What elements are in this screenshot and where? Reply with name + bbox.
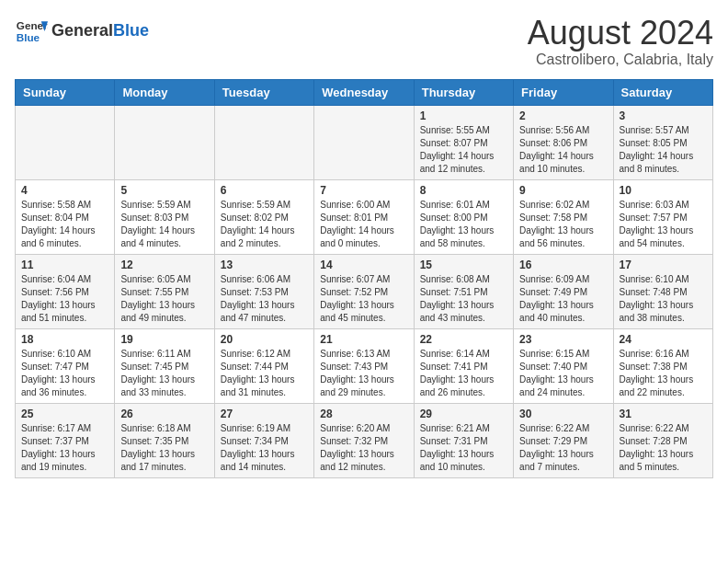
day-info: Sunrise: 6:22 AM Sunset: 7:28 PM Dayligh… [620,422,707,474]
col-sunday: Sunday [16,79,115,105]
day-info: Sunrise: 6:04 AM Sunset: 7:56 PM Dayligh… [21,273,108,325]
calendar-day-cell: 14Sunrise: 6:07 AM Sunset: 7:52 PM Dayli… [314,254,414,328]
day-info: Sunrise: 6:14 AM Sunset: 7:41 PM Dayligh… [420,348,507,399]
day-number: 11 [21,259,108,271]
day-number: 5 [120,184,208,197]
day-info: Sunrise: 6:10 AM Sunset: 7:47 PM Dayligh… [21,348,108,399]
day-number: 3 [620,109,707,122]
day-number: 29 [420,408,507,420]
day-info: Sunrise: 6:13 AM Sunset: 7:43 PM Dayligh… [320,348,407,399]
day-info: Sunrise: 6:06 AM Sunset: 7:53 PM Dayligh… [221,273,308,325]
day-number: 8 [420,184,507,197]
calendar-day-cell: 20Sunrise: 6:12 AM Sunset: 7:44 PM Dayli… [214,328,313,403]
calendar-day-cell [314,105,414,179]
calendar-day-cell: 25Sunrise: 6:17 AM Sunset: 7:37 PM Dayli… [16,403,115,477]
calendar-day-cell: 4Sunrise: 5:58 AM Sunset: 8:04 PM Daylig… [16,179,115,254]
day-number: 20 [221,333,308,346]
calendar-day-cell: 9Sunrise: 6:02 AM Sunset: 7:58 PM Daylig… [514,179,613,254]
calendar-day-cell [115,105,214,179]
day-info: Sunrise: 5:56 AM Sunset: 8:06 PM Dayligh… [519,124,607,176]
calendar-day-cell: 23Sunrise: 6:15 AM Sunset: 7:40 PM Dayli… [514,328,613,403]
calendar-day-cell: 22Sunrise: 6:14 AM Sunset: 7:41 PM Dayli… [414,328,513,403]
calendar-week-2: 4Sunrise: 5:58 AM Sunset: 8:04 PM Daylig… [16,179,713,254]
day-number: 1 [420,109,507,122]
day-info: Sunrise: 5:58 AM Sunset: 8:04 PM Dayligh… [21,199,108,250]
calendar-day-cell: 18Sunrise: 6:10 AM Sunset: 7:47 PM Dayli… [16,328,115,403]
location: Castrolibero, Calabria, Italy [528,52,713,68]
day-info: Sunrise: 6:22 AM Sunset: 7:29 PM Dayligh… [519,422,607,474]
day-number: 6 [221,184,308,197]
day-number: 30 [519,408,607,420]
calendar-day-cell: 29Sunrise: 6:21 AM Sunset: 7:31 PM Dayli… [414,403,513,477]
calendar-day-cell: 1Sunrise: 5:55 AM Sunset: 8:07 PM Daylig… [414,105,513,179]
calendar-week-3: 11Sunrise: 6:04 AM Sunset: 7:56 PM Dayli… [16,254,713,328]
col-tuesday: Tuesday [214,79,313,105]
calendar-day-cell: 17Sunrise: 6:10 AM Sunset: 7:48 PM Dayli… [613,254,712,328]
calendar-day-cell: 7Sunrise: 6:00 AM Sunset: 8:01 PM Daylig… [314,179,414,254]
day-number: 17 [620,259,707,271]
calendar-day-cell: 24Sunrise: 6:16 AM Sunset: 7:38 PM Dayli… [613,328,712,403]
calendar-week-4: 18Sunrise: 6:10 AM Sunset: 7:47 PM Dayli… [16,328,713,403]
calendar-day-cell: 10Sunrise: 6:03 AM Sunset: 7:57 PM Dayli… [613,179,712,254]
day-info: Sunrise: 5:59 AM Sunset: 8:03 PM Dayligh… [120,199,208,250]
day-number: 19 [120,333,208,346]
day-info: Sunrise: 6:18 AM Sunset: 7:35 PM Dayligh… [120,422,208,474]
day-info: Sunrise: 6:20 AM Sunset: 7:32 PM Dayligh… [320,422,407,474]
day-info: Sunrise: 5:59 AM Sunset: 8:02 PM Dayligh… [221,199,308,250]
day-number: 9 [519,184,607,197]
day-number: 4 [21,184,108,197]
day-number: 2 [519,109,607,122]
day-number: 25 [21,408,108,420]
day-number: 14 [320,259,407,271]
day-info: Sunrise: 5:57 AM Sunset: 8:05 PM Dayligh… [620,124,707,176]
col-thursday: Thursday [414,79,513,105]
month-title: August 2024 [528,15,713,52]
calendar-day-cell: 16Sunrise: 6:09 AM Sunset: 7:49 PM Dayli… [514,254,613,328]
day-number: 24 [620,333,707,346]
day-info: Sunrise: 6:00 AM Sunset: 8:01 PM Dayligh… [320,199,407,250]
day-info: Sunrise: 6:21 AM Sunset: 7:31 PM Dayligh… [420,422,507,474]
day-info: Sunrise: 6:12 AM Sunset: 7:44 PM Dayligh… [221,348,308,399]
calendar-day-cell: 2Sunrise: 5:56 AM Sunset: 8:06 PM Daylig… [514,105,613,179]
day-info: Sunrise: 6:10 AM Sunset: 7:48 PM Dayligh… [620,273,707,325]
col-friday: Friday [514,79,613,105]
logo-general-text: General [51,21,113,40]
day-number: 13 [221,259,308,271]
calendar-day-cell: 27Sunrise: 6:19 AM Sunset: 7:34 PM Dayli… [214,403,313,477]
day-info: Sunrise: 6:01 AM Sunset: 8:00 PM Dayligh… [420,199,507,250]
day-number: 15 [420,259,507,271]
col-monday: Monday [115,79,214,105]
day-info: Sunrise: 6:03 AM Sunset: 7:57 PM Dayligh… [620,199,707,250]
calendar-day-cell: 28Sunrise: 6:20 AM Sunset: 7:32 PM Dayli… [314,403,414,477]
day-number: 21 [320,333,407,346]
calendar-day-cell: 12Sunrise: 6:05 AM Sunset: 7:55 PM Dayli… [115,254,214,328]
day-number: 16 [519,259,607,271]
calendar-day-cell [16,105,115,179]
day-info: Sunrise: 6:11 AM Sunset: 7:45 PM Dayligh… [120,348,208,399]
svg-text:Blue: Blue [17,31,40,43]
day-info: Sunrise: 5:55 AM Sunset: 8:07 PM Dayligh… [420,124,507,176]
day-info: Sunrise: 6:05 AM Sunset: 7:55 PM Dayligh… [120,273,208,325]
day-number: 7 [320,184,407,197]
calendar-day-cell: 21Sunrise: 6:13 AM Sunset: 7:43 PM Dayli… [314,328,414,403]
calendar-day-cell: 5Sunrise: 5:59 AM Sunset: 8:03 PM Daylig… [115,179,214,254]
day-number: 26 [120,408,208,420]
calendar-day-cell: 31Sunrise: 6:22 AM Sunset: 7:28 PM Dayli… [613,403,712,477]
day-info: Sunrise: 6:09 AM Sunset: 7:49 PM Dayligh… [519,273,607,325]
day-number: 10 [620,184,707,197]
calendar-day-cell: 30Sunrise: 6:22 AM Sunset: 7:29 PM Dayli… [514,403,613,477]
calendar-day-cell: 19Sunrise: 6:11 AM Sunset: 7:45 PM Dayli… [115,328,214,403]
day-info: Sunrise: 6:19 AM Sunset: 7:34 PM Dayligh… [221,422,308,474]
calendar-day-cell: 11Sunrise: 6:04 AM Sunset: 7:56 PM Dayli… [16,254,115,328]
col-saturday: Saturday [613,79,712,105]
calendar-week-5: 25Sunrise: 6:17 AM Sunset: 7:37 PM Dayli… [16,403,713,477]
day-number: 27 [221,408,308,420]
page-header: General Blue GeneralBlue August 2024 Cas… [15,15,713,68]
calendar-day-cell [214,105,313,179]
day-info: Sunrise: 6:07 AM Sunset: 7:52 PM Dayligh… [320,273,407,325]
col-wednesday: Wednesday [314,79,414,105]
calendar-day-cell: 15Sunrise: 6:08 AM Sunset: 7:51 PM Dayli… [414,254,513,328]
calendar-day-cell: 26Sunrise: 6:18 AM Sunset: 7:35 PM Dayli… [115,403,214,477]
day-info: Sunrise: 6:08 AM Sunset: 7:51 PM Dayligh… [420,273,507,325]
day-info: Sunrise: 6:15 AM Sunset: 7:40 PM Dayligh… [519,348,607,399]
